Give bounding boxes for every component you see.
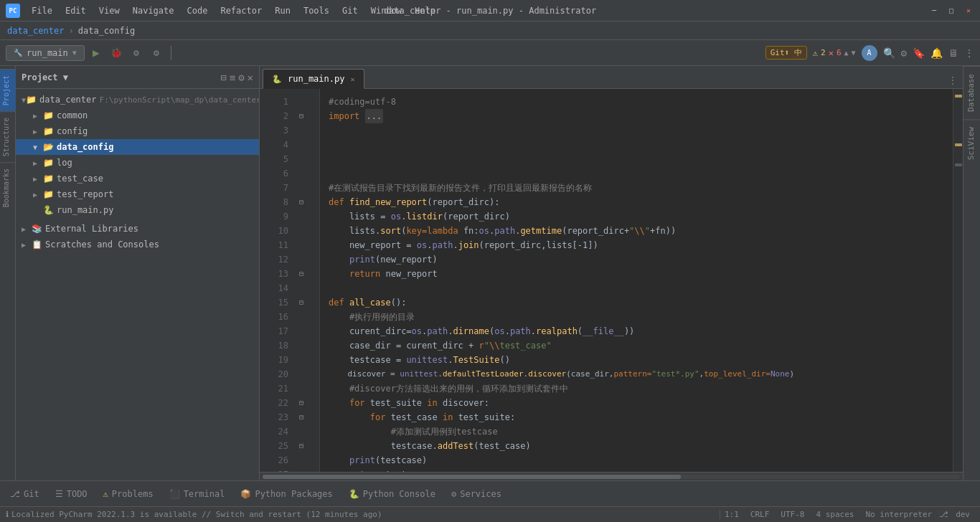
status-indent[interactable]: 4 spaces bbox=[811, 510, 858, 519]
code-line-12: print(new_report) bbox=[329, 252, 953, 267]
breadcrumb-project[interactable]: data_center bbox=[7, 26, 64, 36]
status-charset[interactable]: UTF-8 bbox=[776, 510, 809, 519]
menu-refactor[interactable]: Refactor bbox=[215, 4, 268, 17]
sidebar-item-test-case[interactable]: ▶ 📁 test_case bbox=[16, 171, 259, 186]
sidebar-item-log[interactable]: ▶ 📁 log bbox=[16, 155, 259, 171]
run-dropdown-icon: ▼ bbox=[72, 49, 77, 57]
git-chinese: 中 bbox=[794, 48, 802, 57]
search-icon[interactable]: 🔍 bbox=[883, 47, 895, 59]
git-icon: Git⬆ bbox=[771, 48, 790, 57]
horizontal-scrollbar[interactable] bbox=[260, 472, 963, 480]
code-line-4 bbox=[329, 138, 953, 152]
code-line-24: #添加测试用例到testcase bbox=[329, 424, 953, 439]
menu-edit[interactable]: Edit bbox=[60, 4, 92, 17]
maximize-button[interactable]: □ bbox=[946, 5, 957, 16]
packages-bottom-tab[interactable]: 📦 Python Packages bbox=[233, 481, 339, 506]
menu-navigate[interactable]: Navigate bbox=[127, 4, 180, 17]
status-position[interactable]: 1:1 bbox=[720, 510, 743, 519]
settings-gear-icon[interactable]: ⚙ bbox=[901, 47, 907, 59]
run-gutter: ▶ bbox=[307, 89, 320, 472]
tab-more-icon[interactable]: ⋮ bbox=[948, 75, 957, 85]
collapse-all-icon[interactable]: ⊟ bbox=[220, 72, 226, 83]
packages-bottom-icon: 📦 bbox=[240, 489, 251, 499]
scratches-label: Scratches and Consoles bbox=[45, 239, 159, 250]
window-controls: ─ □ ✕ bbox=[928, 5, 974, 16]
build-button[interactable]: ⚙ bbox=[128, 44, 145, 62]
scroll-minimap bbox=[953, 89, 963, 472]
services-bottom-label: Services bbox=[460, 489, 501, 499]
status-branch-icon: ⎇ bbox=[939, 510, 948, 519]
services-bottom-icon: ⚙ bbox=[451, 489, 456, 499]
sidebar-item-data-config[interactable]: ▼ 📂 data_config bbox=[16, 139, 259, 155]
breadcrumb-folder[interactable]: data_config bbox=[78, 26, 135, 36]
sidebar-close-icon[interactable]: ✕ bbox=[248, 72, 253, 83]
editor-content[interactable]: 1 2 3 4 5 6 7 8 9 10 11 12 13 14 15 16 1… bbox=[260, 89, 963, 472]
log-folder-icon: 📁 bbox=[43, 158, 54, 168]
expand-all-icon[interactable]: ≡ bbox=[230, 72, 235, 83]
play-button[interactable]: ▶ bbox=[88, 44, 105, 62]
notification-area[interactable]: ⚠ 2 ✕ 6 ▲ ▼ bbox=[813, 48, 856, 58]
code-line-8: def find_new_report(report_dirc): bbox=[329, 195, 953, 209]
todo-bottom-tab[interactable]: ☰ TODO bbox=[48, 481, 95, 506]
menu-git[interactable]: Git bbox=[336, 4, 364, 17]
root-folder-icon: 📁 bbox=[26, 95, 37, 105]
sidebar-item-test-report[interactable]: ▶ 📁 test_report bbox=[16, 186, 259, 202]
sidebar-item-config[interactable]: ▶ 📁 config bbox=[16, 123, 259, 139]
code-line-14 bbox=[329, 281, 953, 295]
debug-button[interactable]: 🐞 bbox=[108, 44, 125, 62]
menu-file[interactable]: File bbox=[26, 4, 58, 17]
menu-tools[interactable]: Tools bbox=[298, 4, 335, 17]
avatar-icon[interactable]: A bbox=[862, 45, 877, 61]
bookmark-icon[interactable]: 🔖 bbox=[913, 47, 925, 59]
sidebar-settings-icon[interactable]: ⚙ bbox=[238, 72, 244, 83]
problems-bottom-tab[interactable]: ⚠ Problems bbox=[96, 481, 161, 506]
test-case-folder-icon: 📁 bbox=[43, 174, 54, 184]
close-button[interactable]: ✕ bbox=[963, 5, 974, 16]
status-encoding[interactable]: CRLF bbox=[746, 510, 774, 519]
menu-code[interactable]: Code bbox=[182, 4, 214, 17]
monitor-icon[interactable]: 🖥 bbox=[948, 47, 958, 59]
project-tab-vertical[interactable]: Project bbox=[0, 69, 16, 111]
git-label[interactable]: Git⬆ 中 bbox=[765, 46, 807, 60]
terminal-bottom-tab[interactable]: ⬛ Terminal bbox=[162, 481, 232, 506]
error-icon: ✕ bbox=[829, 48, 834, 58]
more-icon[interactable]: ⋮ bbox=[964, 47, 974, 59]
tree-root[interactable]: ▼ 📁 data_center F:\pythonScript\map_dp\d… bbox=[16, 92, 259, 108]
structure-tab-vertical[interactable]: Structure bbox=[0, 111, 16, 162]
code-content-area[interactable]: #coding=utf-8 import ... #在测试报告目录下找到最新的报… bbox=[320, 89, 953, 472]
tab-close-icon[interactable]: ✕ bbox=[350, 75, 354, 83]
bottom-panel: ⎇ Git ☰ TODO ⚠ Problems ⬛ Terminal 📦 Pyt… bbox=[0, 480, 980, 506]
sciview-tab-vertical[interactable]: SciView bbox=[963, 119, 980, 167]
python-console-bottom-tab[interactable]: 🐍 Python Console bbox=[341, 481, 443, 506]
sidebar-item-scratches[interactable]: ▶ 📋 Scratches and Consoles bbox=[16, 237, 259, 252]
run-config-label: run_main bbox=[27, 48, 68, 58]
status-notification-icon: ℹ bbox=[6, 510, 9, 519]
database-tab-vertical[interactable]: Database bbox=[963, 66, 980, 119]
status-notification-text[interactable]: Localized PyCharm 2022.1.3 is available … bbox=[11, 510, 717, 519]
sidebar-item-external-libraries[interactable]: ▶ 📚 External Libraries bbox=[16, 221, 259, 237]
warning-icon: ⚠ bbox=[813, 48, 818, 58]
line-numbers-gutter: 1 2 3 4 5 6 7 8 9 10 11 12 13 14 15 16 1… bbox=[260, 89, 296, 472]
bell-icon[interactable]: 🔔 bbox=[930, 47, 943, 59]
menu-view[interactable]: View bbox=[93, 4, 126, 17]
settings-button[interactable]: ⚙ bbox=[148, 44, 165, 62]
log-label: log bbox=[57, 158, 72, 168]
sidebar-item-common[interactable]: ▶ 📁 common bbox=[16, 108, 259, 123]
toolbar-sep1 bbox=[171, 46, 171, 60]
sidebar-item-run-main[interactable]: 🐍 run_main.py bbox=[16, 202, 259, 218]
run-config-button[interactable]: 🔧 run_main ▼ bbox=[6, 45, 85, 61]
status-branch[interactable]: dev bbox=[951, 510, 974, 519]
editor-tab-run-main[interactable]: 🐍 run_main.py ✕ bbox=[263, 69, 364, 89]
menu-run[interactable]: Run bbox=[269, 4, 296, 17]
code-line-17: curent_dirc=os.path.dirname(os.path.real… bbox=[329, 324, 953, 338]
git-bottom-tab[interactable]: ⎇ Git bbox=[3, 481, 47, 506]
status-interpreter[interactable]: No interpreter bbox=[861, 510, 936, 519]
main-area: Project Structure Bookmarks Project ▼ ⊟ … bbox=[0, 66, 980, 480]
minimize-button[interactable]: ─ bbox=[928, 5, 940, 16]
code-line-5 bbox=[329, 152, 953, 166]
code-line-1: #coding=utf-8 bbox=[329, 95, 953, 109]
python-console-bottom-label: Python Console bbox=[363, 489, 435, 499]
bookmarks-tab-vertical[interactable]: Bookmarks bbox=[0, 162, 16, 213]
services-bottom-tab[interactable]: ⚙ Services bbox=[444, 481, 509, 506]
python-console-bottom-icon: 🐍 bbox=[349, 489, 359, 499]
